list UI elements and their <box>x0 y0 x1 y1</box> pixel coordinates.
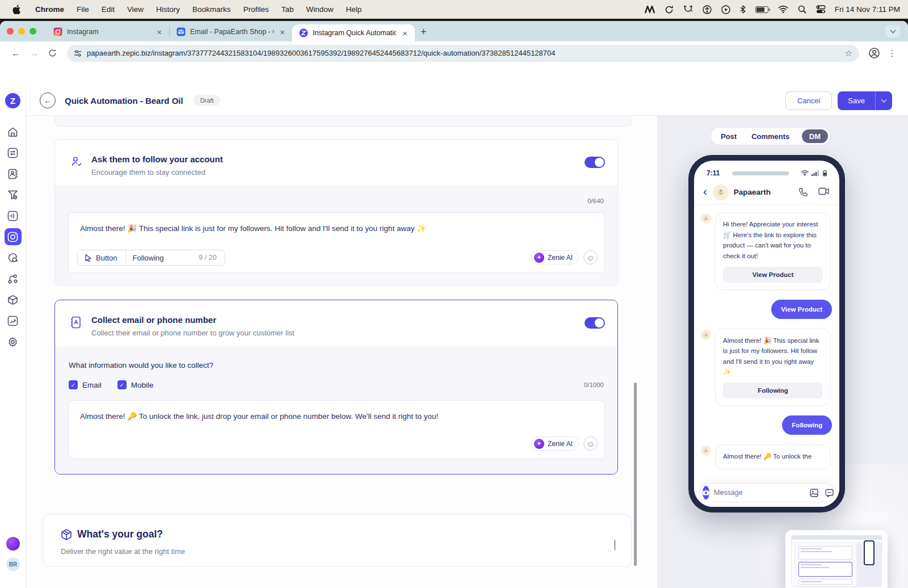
nav-instagram-icon[interactable] <box>5 228 22 245</box>
zoom-window-button[interactable] <box>30 28 36 35</box>
nav-campaigns-icon[interactable] <box>7 147 19 158</box>
spotlight-search-icon[interactable] <box>798 5 806 14</box>
wifi-icon[interactable] <box>778 6 788 13</box>
tab-dm-active[interactable]: DM <box>802 129 828 143</box>
nav-home-icon[interactable] <box>7 126 19 137</box>
close-tab-icon[interactable]: × <box>401 29 409 37</box>
user-message: View Product <box>701 300 832 319</box>
close-tab-icon[interactable]: × <box>278 28 287 36</box>
cancel-button[interactable]: Cancel <box>785 91 832 110</box>
mobile-checkbox[interactable]: ✓ Mobile <box>117 380 154 389</box>
emoji-picker-button[interactable]: ☺ <box>583 436 598 451</box>
close-window-button[interactable] <box>7 28 14 35</box>
menu-window[interactable]: Window <box>306 5 333 14</box>
screen-share-thumbnail[interactable] <box>785 530 888 588</box>
close-tab-icon[interactable]: × <box>155 28 163 36</box>
nav-broadcast-icon[interactable] <box>7 210 19 221</box>
playback-status-icon[interactable] <box>721 5 730 14</box>
address-bar[interactable]: papaearth.zepic.biz/instagram/3737772443… <box>67 45 859 62</box>
nav-segments-icon[interactable] <box>7 189 19 200</box>
follow-message-textarea[interactable]: Almost there! 🎉 This special link is jus… <box>68 212 605 273</box>
phone-call-icon[interactable] <box>798 187 808 197</box>
goal-card-subtitle: Deliver the right value at the right tim… <box>61 547 185 556</box>
apple-logo-icon[interactable] <box>12 5 21 14</box>
emoji-picker-button[interactable]: ☺ <box>583 250 598 264</box>
tab-quick-automation-active[interactable]: Instagram Quick Automation × <box>292 24 415 41</box>
tab-search-button[interactable] <box>885 25 900 37</box>
camera-button[interactable] <box>703 486 709 499</box>
save-button[interactable]: Save <box>838 91 892 110</box>
bot-message: Hi there! Appreciate your interest 🛒 Her… <box>701 212 832 290</box>
zepic-logo[interactable]: Z <box>5 93 20 108</box>
menu-profiles[interactable]: Profiles <box>243 5 269 14</box>
profile-button[interactable] <box>866 48 882 58</box>
button-text-input[interactable] <box>126 254 190 262</box>
collect-message-text[interactable]: Almost there! 🔑 To unlock the link, just… <box>80 411 582 422</box>
url-text[interactable]: papaearth.zepic.biz/instagram/3737772443… <box>87 49 840 57</box>
collect-toggle[interactable] <box>585 317 605 329</box>
comment-icon[interactable] <box>825 489 834 497</box>
nav-products-icon[interactable] <box>7 294 19 305</box>
nav-inbox-icon[interactable] <box>7 252 19 263</box>
collect-message-textarea[interactable]: Almost there! 🔑 To unlock the link, just… <box>68 400 605 459</box>
bot-message: Almost there! 🔑 To unlock the <box>701 444 832 469</box>
sync-status-icon[interactable] <box>665 5 674 14</box>
user-avatar[interactable]: BR <box>6 557 20 571</box>
menu-chrome[interactable]: Chrome <box>35 5 64 14</box>
browser-reload-button[interactable] <box>44 45 60 61</box>
browser-forward-button[interactable]: → <box>26 45 42 61</box>
preview-panel: Post Comments DM 7:11 <box>657 116 908 588</box>
gallery-icon[interactable] <box>810 489 818 497</box>
control-center-icon[interactable] <box>816 5 826 14</box>
follow-message-text[interactable]: Almost there! 🎉 This special link is jus… <box>80 223 582 234</box>
tab-email[interactable]: Email - PapaEarth Shop - Out × <box>170 22 292 41</box>
nav-contacts-icon[interactable] <box>7 168 19 179</box>
tab-post[interactable]: Post <box>713 132 744 141</box>
chevron-back-icon[interactable]: ‹ <box>703 185 707 198</box>
menu-file[interactable]: File <box>77 5 89 14</box>
menu-edit[interactable]: Edit <box>102 5 115 14</box>
follow-toggle[interactable] <box>585 157 605 168</box>
save-dropdown-button[interactable] <box>875 91 892 110</box>
message-input[interactable] <box>714 489 805 497</box>
accessibility-status-icon[interactable] <box>703 5 712 14</box>
message-cta-button[interactable]: Following <box>723 383 823 398</box>
tab-comments[interactable]: Comments <box>744 132 797 141</box>
bookmark-star-icon[interactable]: ☆ <box>845 48 852 58</box>
main-scrollbar[interactable] <box>634 383 637 566</box>
new-tab-button[interactable]: + <box>415 26 432 38</box>
email-checkbox[interactable]: ✓ Email <box>69 380 102 389</box>
browser-menu-button[interactable]: ⋮ <box>884 45 900 61</box>
support-chat-bubble[interactable] <box>6 537 20 551</box>
site-settings-icon[interactable] <box>74 49 82 57</box>
browser-back-button[interactable]: ← <box>8 45 24 61</box>
pet-app-icon[interactable] <box>683 5 693 14</box>
menu-view[interactable]: View <box>127 5 144 14</box>
menu-help[interactable]: Help <box>346 5 361 14</box>
tab-instagram[interactable]: Instagram × <box>47 22 169 41</box>
checkbox-checked-icon[interactable]: ✓ <box>117 380 127 389</box>
minimize-window-button[interactable] <box>18 28 25 35</box>
message-cta-button[interactable]: View Product <box>723 267 823 283</box>
collect-card-header: Collect email or phone number Collect th… <box>55 300 617 346</box>
menu-history[interactable]: History <box>156 5 180 14</box>
zenie-ai-button[interactable]: ✦ Zenie AI <box>531 436 579 451</box>
button-type-segment[interactable]: Button <box>78 250 126 265</box>
battery-icon[interactable] <box>755 6 768 13</box>
nav-analytics-icon[interactable] <box>7 315 19 326</box>
nav-settings-icon[interactable] <box>7 336 19 347</box>
menu-bookmarks[interactable]: Bookmarks <box>192 5 231 14</box>
save-button-label[interactable]: Save <box>838 91 875 110</box>
checkbox-checked-icon[interactable]: ✓ <box>69 380 78 389</box>
chat-conversation: Hi there! Appreciate your interest 🛒 Her… <box>694 205 839 507</box>
bluetooth-icon[interactable] <box>740 5 746 14</box>
menu-tab[interactable]: Tab <box>281 5 294 14</box>
goal-card[interactable]: What's your goal? Deliver the right valu… <box>43 514 632 567</box>
mosaic-logo-icon[interactable] <box>645 6 655 14</box>
phone-status-icons <box>801 170 828 177</box>
nav-workflows-icon[interactable] <box>7 273 19 284</box>
back-button[interactable]: ← <box>40 93 56 108</box>
expand-card-button[interactable] <box>615 540 615 550</box>
zenie-ai-button[interactable]: ✦ Zenie AI <box>531 250 579 264</box>
video-call-icon[interactable] <box>818 187 829 195</box>
